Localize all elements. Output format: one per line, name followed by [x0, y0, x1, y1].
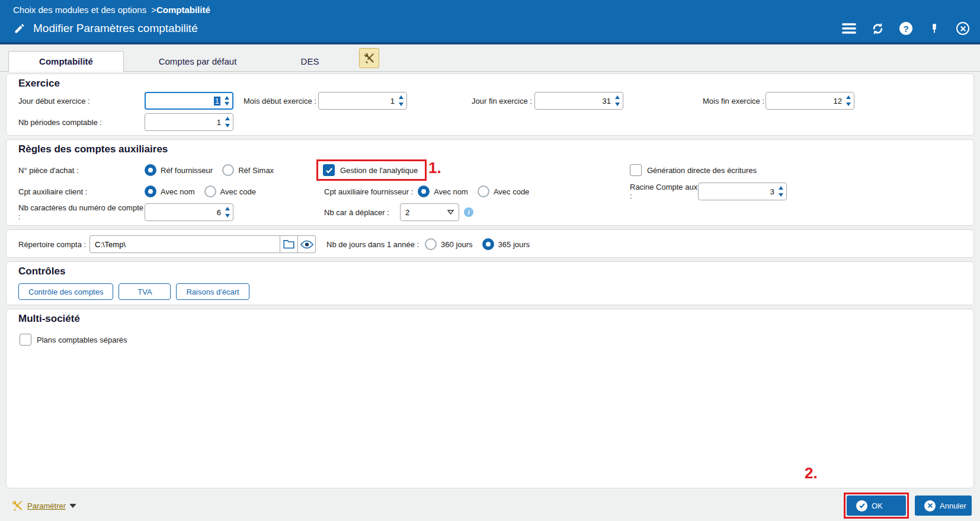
breadcrumb-current: Comptabilité: [156, 5, 210, 15]
ok-button[interactable]: OK: [847, 496, 906, 516]
radio-ref-fournisseur[interactable]: Réf fournisseur: [145, 164, 213, 176]
radio-ref-simax[interactable]: Réf Simax: [222, 164, 274, 176]
radio-dot-icon: [145, 164, 156, 176]
repertoire-input[interactable]: C:\Temp\: [89, 235, 280, 253]
mois-fin-label: Mois fin exercice :: [703, 97, 766, 106]
nb-caracteres-label: Nb caractères du numéro de compte :: [18, 203, 145, 221]
browse-folder-button[interactable]: [280, 235, 298, 253]
dropdown-arrow-icon: [447, 210, 454, 215]
radio-dot-icon: [145, 186, 156, 197]
spinner-arrows-icon[interactable]: [615, 95, 620, 106]
nb-caracteres-input[interactable]: 6: [145, 203, 233, 221]
mois-debut-input[interactable]: 1: [318, 92, 407, 110]
spinner-arrows-icon[interactable]: [225, 96, 229, 106]
settings-window: Choix des modules et des options>Comptab…: [0, 0, 980, 521]
jour-debut-input[interactable]: 1: [145, 92, 233, 110]
checkbox-icon: [20, 334, 31, 346]
jour-fin-label: Jour fin exercice :: [472, 97, 534, 106]
parametrer-link[interactable]: Paramétrer: [27, 501, 66, 510]
radio-dot-icon: [425, 238, 437, 250]
tab-tools-button[interactable]: [359, 48, 379, 68]
radio-360-jours[interactable]: 360 jours: [425, 238, 472, 250]
section-title-regles: Règles des comptes auxiliaires: [18, 143, 168, 155]
checkbox-icon: [323, 164, 335, 176]
checkbox-plans-separes[interactable]: Plans comptables séparés: [20, 334, 127, 346]
tab-des[interactable]: DES: [271, 52, 348, 71]
page-title: Modifier Paramètres comptabilité: [33, 22, 198, 35]
spinner-arrows-icon[interactable]: [225, 117, 230, 127]
checkbox-icon: [630, 164, 642, 176]
close-icon[interactable]: [955, 21, 971, 36]
x-circle-icon: [924, 500, 936, 512]
radio-dot-icon: [204, 186, 216, 197]
section-multi-societe: Multi-société Plans comptables séparés: [6, 309, 974, 488]
tab-comptabilite[interactable]: Comptabilité: [8, 51, 124, 72]
piece-achat-label: N° pièce d'achat :: [18, 166, 145, 175]
mois-debut-label: Mois début exercice :: [244, 97, 318, 106]
aux-fournisseur-label: Cpt auxiliaire fournisseur :: [324, 187, 413, 196]
preview-path-button[interactable]: [298, 235, 316, 253]
raisons-ecart-button[interactable]: Raisons d'écart: [176, 283, 249, 300]
section-title-multi-societe: Multi-société: [18, 313, 80, 325]
section-repertoire: Répertoire compta : C:\Temp\ Nb de jours…: [6, 229, 974, 258]
radio-dot-icon: [222, 164, 234, 176]
breadcrumb-path[interactable]: Choix des modules et des options: [13, 5, 146, 15]
section-regles: Règles des comptes auxiliaires N° pièce …: [6, 139, 974, 226]
radio-fournisseur-avec-nom[interactable]: Avec nom: [418, 186, 468, 197]
radio-365-jours[interactable]: 365 jours: [482, 238, 530, 250]
breadcrumb: Choix des modules et des options>Comptab…: [9, 4, 971, 18]
radio-dot-icon: [418, 186, 430, 197]
footer-bar: Paramétrer OK Annuler: [0, 490, 980, 521]
folder-icon: [283, 239, 295, 250]
help-icon[interactable]: ?: [898, 21, 914, 36]
annotation-step1: 1.: [428, 159, 441, 177]
nb-periodes-input[interactable]: 1: [145, 113, 233, 131]
controle-des-comptes-button[interactable]: Contrôle des comptes: [18, 283, 113, 300]
jour-debut-value: 1: [214, 97, 220, 106]
repertoire-label: Répertoire compta :: [18, 240, 89, 249]
racine-compte-input[interactable]: 3: [698, 183, 787, 200]
annuler-button[interactable]: Annuler: [915, 496, 972, 516]
eye-icon: [300, 240, 313, 249]
mois-fin-input[interactable]: 12: [766, 92, 854, 110]
tab-bar: Comptabilité Comptes par défaut DES: [0, 44, 980, 72]
pin-icon[interactable]: [927, 21, 942, 36]
menu-icon[interactable]: [841, 21, 857, 36]
content: Exercice Jour début exercice : 1 Mois dé…: [0, 72, 980, 490]
aux-client-label: Cpt auxiliaire client :: [18, 187, 145, 196]
annotation-box-step2: OK: [844, 493, 909, 519]
checkbox-gestion-analytique[interactable]: Gestion de l'analytique: [323, 164, 418, 176]
radio-fournisseur-avec-code[interactable]: Avec code: [478, 186, 529, 197]
section-controles: Contrôles Contrôle des comptes TVA Raiso…: [6, 261, 974, 305]
check-circle-icon: [856, 500, 867, 512]
section-title-exercice: Exercice: [18, 78, 60, 90]
tab-comptes-par-defaut[interactable]: Comptes par défaut: [125, 52, 270, 71]
radio-dot-icon: [478, 186, 489, 197]
radio-dot-icon: [482, 238, 494, 250]
jour-debut-label: Jour début exercice :: [18, 97, 145, 106]
info-icon[interactable]: i: [464, 207, 473, 217]
radio-client-avec-code[interactable]: Avec code: [204, 186, 256, 197]
nb-car-deplacer-select[interactable]: 2: [400, 203, 459, 221]
breadcrumb-separator: >: [151, 5, 156, 15]
chevron-down-icon[interactable]: [69, 504, 76, 508]
wrench-screwdriver-icon: [363, 52, 376, 65]
spinner-arrows-icon[interactable]: [779, 186, 783, 197]
section-exercice: Exercice Jour début exercice : 1 Mois dé…: [6, 73, 974, 136]
racine-compte-label: Racine Compte aux :: [630, 183, 698, 200]
nb-car-deplacer-label: Nb car à déplacer :: [324, 208, 400, 217]
wrench-screwdriver-icon: [11, 499, 24, 512]
spinner-arrows-icon[interactable]: [399, 95, 403, 106]
header: Choix des modules et des options>Comptab…: [0, 0, 980, 44]
spinner-arrows-icon[interactable]: [846, 95, 851, 106]
sync-icon[interactable]: [870, 21, 885, 36]
jour-fin-input[interactable]: 31: [534, 92, 623, 110]
jours-annee-label: Nb de jours dans 1 année :: [326, 240, 419, 249]
checkbox-generation-directe[interactable]: Génération directe des écritures: [630, 164, 757, 176]
nb-periodes-label: Nb périodes comptable :: [18, 118, 145, 127]
spinner-arrows-icon[interactable]: [225, 207, 230, 218]
radio-client-avec-nom[interactable]: Avec nom: [145, 186, 195, 197]
annotation-step2: 2.: [805, 464, 818, 482]
tva-button[interactable]: TVA: [119, 283, 171, 300]
annotation-box-step1: Gestion de l'analytique: [316, 159, 427, 181]
